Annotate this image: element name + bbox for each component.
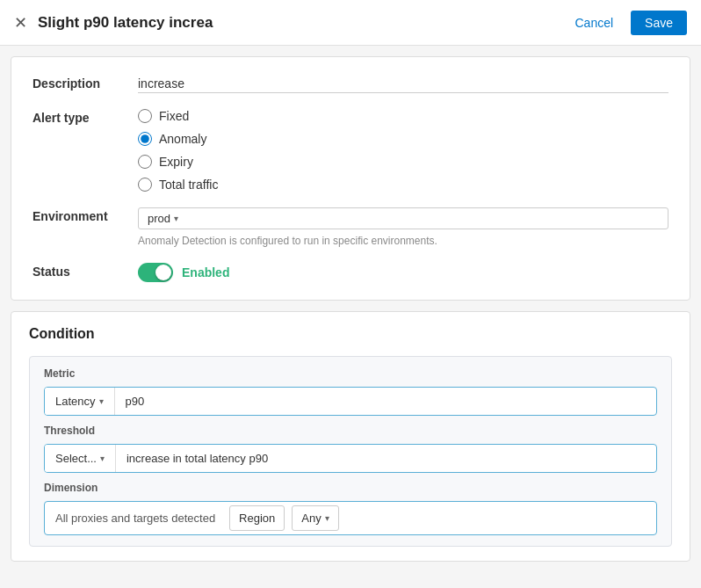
header-actions: Cancel Save [564,11,687,35]
close-button[interactable]: ✕ [14,15,27,31]
radio-expiry-input[interactable] [138,155,152,169]
condition-title: Condition [29,326,672,342]
environment-content: prod ▾ Anomaly Detection is configured t… [138,207,668,247]
metric-box: Metric Latency ▾ Threshold Select... ▾ i… [29,356,672,547]
metric-dropdown-button[interactable]: Latency ▾ [45,388,115,415]
alert-type-label: Alert type [33,109,138,125]
dimension-any-arrow: ▾ [325,513,329,523]
threshold-text: increase in total latency p90 [116,445,656,472]
description-content [138,75,668,93]
environment-select-button[interactable]: prod ▾ [138,207,668,229]
dimension-region-label: Region [239,512,275,525]
radio-fixed-input[interactable] [138,109,152,123]
dimension-row: All proxies and targets detected Region … [44,501,657,535]
alert-type-content: Fixed Anomaly Expiry Total traffic [138,109,668,192]
radio-fixed-label: Fixed [159,109,189,123]
metric-dropdown-arrow: ▾ [99,396,104,406]
main-form-section: Description Alert type Fixed Anomaly Exp… [11,56,690,301]
app-header: ✕ Slight p90 latency increa Cancel Save [0,0,701,46]
dimension-prefix: All proxies and targets detected [45,505,226,532]
description-row: Description [33,75,668,93]
status-row: Status Enabled [33,263,668,282]
threshold-label: Threshold [44,425,657,437]
description-input[interactable] [138,75,668,93]
radio-total-traffic[interactable]: Total traffic [138,178,668,192]
condition-section: Condition Metric Latency ▾ Threshold Sel… [11,311,690,562]
status-text: Enabled [182,265,229,279]
dimension-any-value: Any [301,512,321,525]
radio-total-traffic-input[interactable] [138,178,152,192]
status-label: Status [33,263,138,279]
threshold-dropdown-button[interactable]: Select... ▾ [45,445,116,472]
metric-field-row: Latency ▾ [44,387,657,416]
environment-dropdown-arrow: ▾ [174,214,178,223]
environment-select-row: prod ▾ Anomaly Detection is configured t… [138,207,668,247]
toggle-thumb [155,265,171,280]
radio-fixed[interactable]: Fixed [138,109,668,123]
metric-label: Metric [44,367,657,380]
alert-type-radio-group: Fixed Anomaly Expiry Total traffic [138,109,668,192]
cancel-button[interactable]: Cancel [564,11,624,35]
page-title: Slight p90 latency increa [38,14,213,32]
dimension-region-button[interactable]: Region [229,505,285,531]
save-button[interactable]: Save [631,11,687,35]
threshold-dropdown-arrow: ▾ [100,454,105,463]
radio-anomaly-input[interactable] [138,132,152,146]
metric-value-input[interactable] [115,388,656,415]
radio-expiry-label: Expiry [159,155,193,169]
environment-value: prod [148,212,170,225]
environment-hint: Anomaly Detection is configured to run i… [138,235,668,247]
environment-row: Environment prod ▾ Anomaly Detection is … [33,207,668,247]
alert-type-row: Alert type Fixed Anomaly Expiry Total tr… [33,109,668,192]
close-icon: ✕ [14,15,27,31]
status-content: Enabled [138,263,668,282]
radio-total-traffic-label: Total traffic [159,178,218,192]
dimension-label: Dimension [44,482,657,494]
header-left: ✕ Slight p90 latency increa [14,14,213,32]
threshold-dropdown-value: Select... [55,452,97,465]
radio-anomaly[interactable]: Anomaly [138,132,668,146]
threshold-field-row: Select... ▾ increase in total latency p9… [44,444,657,473]
environment-label: Environment [33,207,138,223]
dimension-any-button[interactable]: Any ▾ [292,505,338,531]
status-toggle-row: Enabled [138,263,668,282]
radio-expiry[interactable]: Expiry [138,155,668,169]
description-label: Description [33,75,138,91]
metric-dropdown-value: Latency [55,395,96,408]
radio-anomaly-label: Anomaly [159,132,206,146]
status-toggle[interactable] [138,263,173,282]
